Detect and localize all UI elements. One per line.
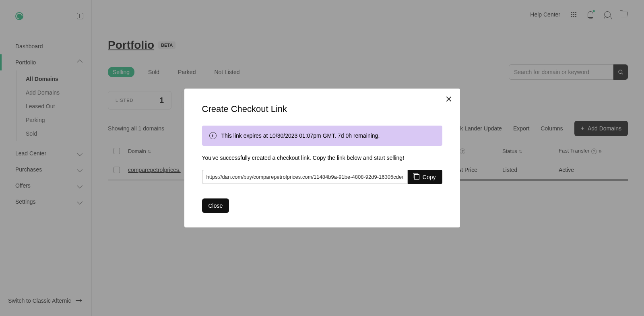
create-checkout-modal: Create Checkout Link i This link expires… — [184, 89, 460, 227]
copy-button[interactable]: Copy — [408, 170, 442, 184]
copy-label: Copy — [423, 174, 436, 180]
modal-close-button[interactable] — [446, 96, 452, 102]
close-button[interactable]: Close — [202, 198, 229, 213]
copy-icon — [414, 174, 419, 180]
info-text: This link expires at 10/30/2023 01:07pm … — [221, 132, 380, 139]
success-message: You've successfully created a checkout l… — [202, 155, 442, 161]
info-banner: i This link expires at 10/30/2023 01:07p… — [202, 126, 442, 146]
info-icon: i — [209, 132, 217, 139]
checkout-link-input[interactable] — [202, 170, 408, 184]
modal-overlay[interactable]: Create Checkout Link i This link expires… — [0, 0, 644, 316]
link-row: Copy — [202, 170, 442, 184]
modal-title: Create Checkout Link — [202, 104, 442, 114]
